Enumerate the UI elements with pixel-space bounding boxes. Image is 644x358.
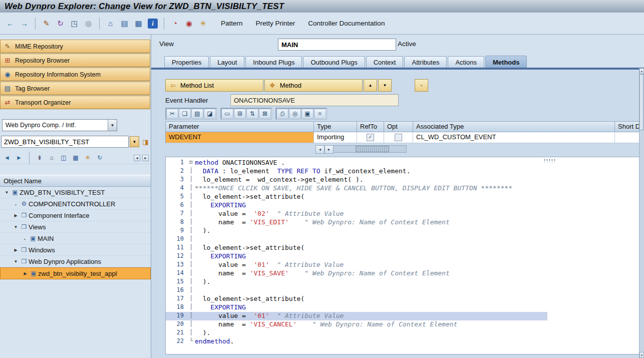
chevron-down-icon[interactable]: ▼ [108,120,117,131]
scroll-right-icon[interactable]: ► [325,145,334,154]
tree-item-zwd-btn-visibilty-test[interactable]: ▼▣ZWD_BTN_VISIBILTY_TEST [0,187,151,198]
tree-item-views[interactable]: ▼❒Views [0,221,151,233]
inactive-version-icon[interactable]: ◎ [82,17,95,30]
refresh-tree-icon[interactable]: ↻ [95,153,105,163]
home-icon[interactable]: ⌂ [47,153,57,163]
column-header-associated-type[interactable]: Associated Type [413,121,615,132]
object-history-dropdown-icon[interactable]: ▼ [130,136,139,147]
display-change-icon[interactable]: ✎ [40,17,53,30]
tab-outbound-plugs[interactable]: Outbound Plugs [303,56,365,68]
sidebar-item-repository-browser[interactable]: ⊞Repository Browser [0,54,150,67]
tree-item-component-interface[interactable]: ▶❒Component Interface [0,210,151,221]
tree-item-web-dynpro-applications[interactable]: ▼❒Web Dynpro Applications [0,256,151,267]
code-line[interactable]: 15│ ). [166,278,639,286]
code-line[interactable]: 9│ ). [166,227,639,235]
object-list-icon[interactable]: ▤ [118,17,131,30]
forward-icon[interactable]: → [18,17,31,30]
toolbar-button-pattern[interactable]: Pattern [214,20,249,27]
method-list-button[interactable]: ⇦ Method List [165,79,263,92]
parameter-row[interactable]: WDEVENTImporting✓CL_WD_CUSTOM_EVENT [166,132,639,143]
object-category-dropdown[interactable]: Web Dynpro Comp. / Intf. ▼ [2,119,117,131]
history-back-icon[interactable]: ◄ [2,153,12,163]
scroll-right-icon[interactable]: ► [142,155,149,161]
code-line[interactable]: 1⊟method ONACTIONONSAVE . [166,159,639,167]
splitter-grip[interactable] [543,159,556,162]
parameter-name-cell[interactable]: WDEVENT [166,132,314,143]
fullscreen-editor-button[interactable]: ▫ [415,79,428,92]
table-view-icon[interactable]: ▦ [132,17,145,30]
display-object-icon[interactable]: ◨ [140,136,151,147]
runtime-analysis-icon[interactable]: ◔ [169,17,181,30]
tab-context[interactable]: Context [366,56,404,68]
paste-icon[interactable]: ▤ [191,109,203,119]
column-header-opt[interactable]: Opt [384,121,413,132]
replace-icon[interactable]: ◪ [204,109,216,119]
code-line[interactable]: 4│******ONCE CLCIK ON SAVE, HIDE SAVE & … [166,184,639,193]
tree-item-componentcontroller[interactable]: ·⚙COMPONENTCONTROLLER [0,198,151,210]
code-line[interactable]: 21│ ). [166,329,639,337]
code-line[interactable]: 3│ lo_element = wd_context->get_element(… [166,176,639,184]
cut-icon[interactable]: ✂ [166,109,178,119]
vertical-scrollbar[interactable]: ▲ ▼ [639,68,644,358]
insert-line-icon[interactable]: ⊞ [234,109,246,119]
tree-expander-icon[interactable]: ▼ [12,259,20,264]
sort-down-icon[interactable]: ⇟ [35,153,45,163]
event-handler-input[interactable] [230,94,399,106]
delete-line-icon[interactable]: ⊠ [259,109,271,119]
code-line[interactable]: 12│ EXPORTING [166,252,639,261]
tab-actions[interactable]: Actions [448,56,484,68]
opt-checkbox[interactable] [395,134,402,141]
copy-icon[interactable]: ❏ [179,109,191,119]
toolbar-button-pretty-printer[interactable]: Pretty Printer [249,20,302,27]
back-icon[interactable]: ← [4,17,17,30]
activate-icon[interactable]: ✳ [197,17,209,30]
sidebar-item-mime-repository[interactable]: ✎MIME Repository [0,40,150,53]
tab-methods[interactable]: Methods [485,56,527,68]
vertical-scrollbar-thumb[interactable] [639,74,644,130]
scrollbar-track[interactable] [334,145,407,153]
worklist-icon[interactable]: ◫ [59,153,69,163]
other-object-icon[interactable]: ◳ [68,17,81,30]
method-button[interactable]: ❖ Method [264,79,363,92]
column-header-short-description[interactable]: Short Description [615,121,639,132]
sidebar-item-transport-organizer[interactable]: ⇄Transport Organizer [0,96,150,109]
next-method-button[interactable]: ▼ [378,79,392,92]
tree-expander-icon[interactable]: ▼ [12,225,20,229]
code-line[interactable]: 18│ EXPORTING [166,303,639,312]
grid-icon[interactable]: ▦ [71,153,81,163]
previous-method-button[interactable]: ▲ [364,79,377,92]
tree-expander-icon[interactable]: ▶ [12,213,20,218]
code-line[interactable]: 14│ name = 'VIS_SAVE' " Web Dynpro: Name… [166,269,639,278]
refto-checkbox[interactable]: ✓ [367,134,374,141]
syntax-check-icon[interactable]: ◉ [183,17,195,30]
code-line[interactable]: 22└endmethod. [166,337,639,346]
info-icon[interactable]: i [148,19,158,29]
tab-properties[interactable]: Properties [164,56,209,68]
move-line-icon[interactable]: ⇅ [246,109,258,119]
code-line[interactable]: 5│ lo_element->set_attribute( [166,193,639,201]
save-icon[interactable]: ▣ [301,109,313,119]
tab-layout[interactable]: Layout [210,56,244,68]
code-line[interactable]: 8│ name = 'VIS_EDIT' " Web Dynpro: Name … [166,218,639,227]
column-header-type[interactable]: Type [314,121,357,132]
code-line[interactable]: 13│ value = '01' " Attribute Value [166,261,639,269]
code-line[interactable]: 17│ lo_element->set_attribute( [166,295,639,303]
scrollbar-thumb[interactable] [356,146,389,152]
column-header-refto[interactable]: RefTo [357,121,384,132]
tree-expander-icon[interactable]: ▼ [3,190,11,195]
code-line[interactable]: 2│ DATA : lo_element TYPE REF TO if_wd_c… [166,167,639,176]
scroll-left-icon[interactable]: ◄ [134,155,140,161]
tree-item-zwd-btn-visibilty-test-appl[interactable]: ▶▣zwd_btn_visibilty_test_appl [0,267,151,279]
code-line[interactable]: 7│ value = '02' " Attribute Value [166,210,639,218]
code-line[interactable]: 6│ EXPORTING [166,201,639,210]
find-icon[interactable]: ◎ [289,109,301,119]
code-line[interactable]: 20│ name = 'VIS_CANCEL' " Web Dynpro: Na… [166,320,639,329]
view-name-input[interactable] [278,39,396,51]
tab-attributes[interactable]: Attributes [404,56,447,68]
scroll-left-icon[interactable]: ◄ [315,145,325,154]
fold-toggle-icon[interactable]: ⊟ [187,159,195,167]
print-icon[interactable]: ⎙ [276,109,288,119]
column-header-parameter[interactable]: Parameter [166,121,314,132]
code-line[interactable]: 19│ value = '01' " Attribute Value [166,312,639,320]
code-line[interactable]: 10│ [166,235,639,244]
